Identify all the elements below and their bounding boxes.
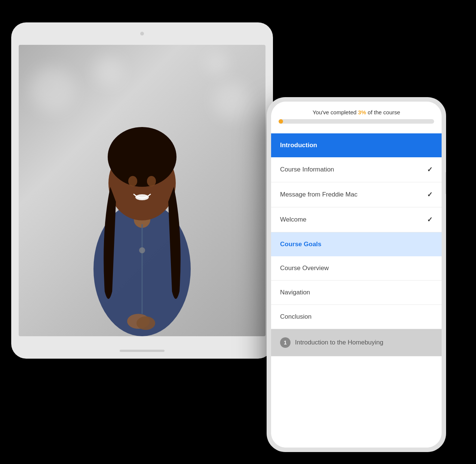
progress-text-after: of the course — [366, 109, 400, 115]
menu-item-introduction[interactable]: Introduction — [271, 133, 442, 157]
svg-point-6 — [135, 194, 149, 200]
phone-screen: You've completed 3% of the course Introd… — [271, 102, 442, 448]
tablet-home-bar — [120, 350, 165, 352]
checkmark-course-information: ✓ — [427, 166, 433, 174]
svg-point-3 — [108, 127, 176, 187]
menu-item-navigation-label: Navigation — [280, 289, 433, 296]
menu-item-introduction-label: Introduction — [280, 142, 433, 149]
bokeh-circle-1 — [30, 67, 75, 112]
person-silhouette — [79, 82, 206, 336]
video-content — [19, 45, 265, 336]
menu-item-message-freddie-mac-label: Message from Freddie Mac — [280, 191, 427, 198]
progress-area: You've completed 3% of the course — [271, 102, 442, 127]
phone-side-button — [445, 172, 446, 194]
bottom-item-content: 1 Introduction to the Homebuying — [280, 337, 383, 348]
phone-content: You've completed 3% of the course Introd… — [271, 102, 442, 448]
checkmark-message-freddie-mac: ✓ — [427, 191, 433, 199]
menu-item-conclusion-label: Conclusion — [280, 313, 433, 321]
menu-item-course-overview-label: Course Overview — [280, 265, 433, 272]
tablet-screen — [19, 45, 265, 336]
progress-text-before: You've completed — [313, 109, 358, 115]
progress-bar-background — [279, 119, 434, 124]
menu-item-welcome-label: Welcome — [280, 216, 427, 223]
menu-item-message-freddie-mac[interactable]: Message from Freddie Mac ✓ — [271, 182, 442, 207]
phone-device: You've completed 3% of the course Introd… — [267, 97, 446, 452]
menu-item-course-overview[interactable]: Course Overview — [271, 256, 442, 281]
svg-point-4 — [128, 176, 137, 186]
menu-item-conclusion[interactable]: Conclusion — [271, 305, 442, 329]
bokeh-circle-3 — [213, 82, 251, 120]
menu-item-homebuying-label: Introduction to the Homebuying — [295, 339, 383, 346]
menu-item-welcome[interactable]: Welcome ✓ — [271, 207, 442, 232]
tablet-camera — [140, 32, 144, 35]
bokeh-circle-2 — [93, 56, 123, 86]
progress-bar-fill — [279, 119, 283, 124]
menu-item-course-goals[interactable]: Course Goals — [271, 232, 442, 256]
course-number-badge: 1 — [280, 337, 291, 348]
svg-point-8 — [139, 247, 145, 253]
progress-percentage: 3% — [358, 109, 366, 115]
tablet-device — [11, 22, 273, 359]
menu-item-course-information[interactable]: Course Information ✓ — [271, 157, 442, 182]
menu-item-homebuying[interactable]: 1 Introduction to the Homebuying — [271, 329, 442, 356]
menu-item-course-information-label: Course Information — [280, 166, 427, 173]
bokeh-circle-4 — [206, 52, 228, 75]
progress-text: You've completed 3% of the course — [279, 109, 434, 115]
svg-point-10 — [136, 316, 155, 330]
svg-point-5 — [147, 176, 156, 186]
menu-item-course-goals-label: Course Goals — [280, 241, 433, 248]
menu-item-navigation[interactable]: Navigation — [271, 281, 442, 305]
course-menu-list[interactable]: Introduction Course Information ✓ Messag… — [271, 133, 442, 448]
checkmark-welcome: ✓ — [427, 216, 433, 224]
